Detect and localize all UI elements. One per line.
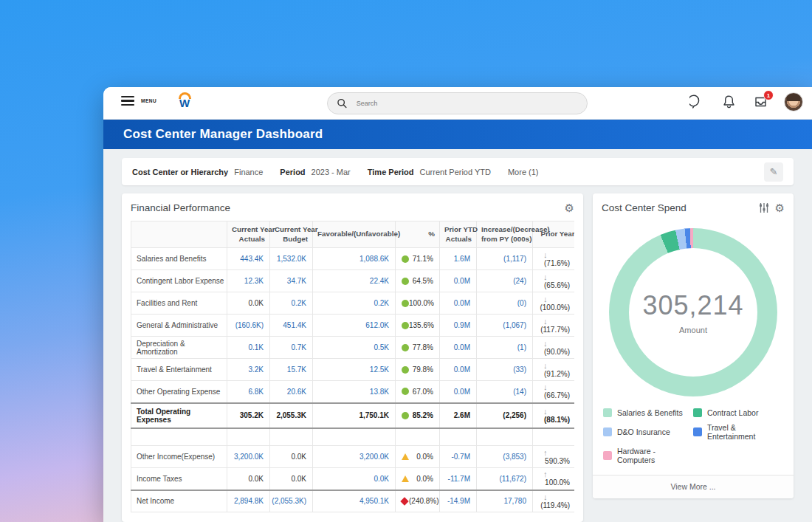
- value-cell[interactable]: (3,853): [477, 446, 533, 468]
- value-cell[interactable]: 3.2K: [227, 359, 270, 381]
- drill-link[interactable]: 0.0M: [454, 299, 470, 307]
- drill-link[interactable]: 0.0M: [454, 343, 470, 351]
- drill-link[interactable]: 4,950.1K: [359, 497, 389, 505]
- value-cell[interactable]: -14.9M: [440, 490, 477, 512]
- drill-link[interactable]: -14.9M: [447, 497, 470, 505]
- drill-link[interactable]: 2,894.8K: [234, 497, 264, 505]
- value-cell[interactable]: 3,200.0K: [227, 446, 270, 468]
- notifications-button[interactable]: [720, 94, 737, 110]
- value-cell[interactable]: -11.7M: [440, 468, 477, 490]
- drill-link[interactable]: (1,117): [503, 255, 526, 263]
- value-cell[interactable]: (160.6K): [227, 315, 270, 337]
- drill-link[interactable]: 0.2K: [374, 299, 389, 307]
- value-cell[interactable]: (33): [477, 359, 533, 381]
- drill-link[interactable]: (33): [513, 365, 526, 374]
- legend-item[interactable]: Salaries & Benefits: [603, 408, 690, 417]
- legend-item[interactable]: D&O Insurance: [603, 423, 690, 441]
- value-cell[interactable]: 13.8K: [313, 381, 396, 403]
- value-cell[interactable]: 2,894.8K: [227, 490, 270, 512]
- drill-link[interactable]: (1): [517, 343, 526, 351]
- value-cell[interactable]: (11,672): [477, 468, 533, 490]
- value-cell[interactable]: -0.7M: [440, 446, 477, 468]
- value-cell[interactable]: 6.8K: [227, 381, 270, 403]
- value-cell[interactable]: (1,117): [477, 248, 533, 270]
- legend-item[interactable]: Travel & Entertainment: [693, 423, 783, 441]
- chat-button[interactable]: [689, 94, 705, 110]
- legend-item[interactable]: Contract Labor: [693, 408, 783, 417]
- drill-link[interactable]: 12.5K: [370, 365, 389, 374]
- value-cell[interactable]: (2,055.3K): [270, 490, 313, 512]
- value-cell[interactable]: 1,088.6K: [313, 248, 396, 270]
- drill-link[interactable]: 1.6M: [454, 255, 470, 263]
- value-cell[interactable]: (1,067): [477, 315, 533, 337]
- drill-link[interactable]: 15.7K: [287, 365, 306, 374]
- value-cell[interactable]: 0.9M: [440, 315, 477, 337]
- value-cell[interactable]: 4,950.1K: [313, 490, 396, 512]
- value-cell[interactable]: 12.5K: [313, 359, 396, 381]
- value-cell[interactable]: 0.2K: [270, 292, 313, 315]
- value-cell[interactable]: 22.4K: [313, 270, 396, 292]
- drill-link[interactable]: -0.7M: [451, 453, 470, 461]
- drill-link[interactable]: 3,200.0K: [234, 453, 264, 461]
- inbox-button[interactable]: 1: [752, 94, 768, 110]
- value-cell[interactable]: 0.7K: [270, 337, 313, 359]
- drill-link[interactable]: (11,672): [499, 475, 526, 483]
- gear-icon[interactable]: ⚙: [775, 202, 785, 213]
- drill-link[interactable]: 3.2K: [248, 365, 264, 374]
- drill-link[interactable]: 13.8K: [370, 388, 389, 396]
- view-more-link[interactable]: View More ...: [593, 475, 794, 498]
- value-cell[interactable]: 20.6K: [270, 381, 313, 403]
- drill-link[interactable]: 0.9M: [454, 321, 470, 329]
- drill-link[interactable]: 1,532.0K: [277, 255, 306, 263]
- value-cell[interactable]: 0.0M: [440, 381, 477, 403]
- search-input[interactable]: [357, 100, 578, 107]
- value-cell[interactable]: 0.0M: [440, 337, 477, 359]
- value-cell[interactable]: 15.7K: [270, 359, 313, 381]
- drill-link[interactable]: 0.0K: [374, 475, 389, 483]
- drill-link[interactable]: 22.4K: [370, 277, 389, 285]
- drill-link[interactable]: 17,780: [503, 497, 526, 505]
- drill-link[interactable]: 1,088.6K: [359, 255, 389, 263]
- value-cell[interactable]: 1,532.0K: [270, 248, 313, 270]
- value-cell[interactable]: 0.2K: [313, 292, 396, 315]
- value-cell[interactable]: (14): [477, 381, 533, 403]
- value-cell[interactable]: 0.5K: [313, 337, 396, 359]
- drill-link[interactable]: (3,853): [503, 453, 526, 461]
- drill-link[interactable]: 12.3K: [244, 277, 264, 285]
- drill-link[interactable]: 3,200.0K: [359, 453, 389, 461]
- drill-link[interactable]: 0.0M: [454, 365, 470, 374]
- value-cell[interactable]: (0): [477, 292, 533, 315]
- drill-link[interactable]: (14): [513, 388, 526, 396]
- search-bar[interactable]: [327, 92, 588, 114]
- value-cell[interactable]: 443.4K: [227, 248, 270, 270]
- value-cell[interactable]: 0.0M: [440, 270, 477, 292]
- drill-link[interactable]: (0): [517, 299, 526, 307]
- value-cell[interactable]: 451.4K: [270, 315, 313, 337]
- edit-filters-button[interactable]: ✎: [764, 162, 783, 182]
- value-cell[interactable]: 34.7K: [270, 270, 313, 292]
- drill-link[interactable]: 612.0K: [365, 321, 389, 329]
- value-cell[interactable]: 0.0M: [440, 359, 477, 381]
- drill-link[interactable]: (24): [513, 277, 526, 285]
- drill-link[interactable]: 0.0M: [454, 277, 470, 285]
- value-cell[interactable]: 12.3K: [227, 270, 270, 292]
- drill-link[interactable]: (1,067): [503, 321, 526, 329]
- value-cell[interactable]: 612.0K: [313, 315, 396, 337]
- value-cell[interactable]: 0.0M: [440, 292, 477, 315]
- drill-link[interactable]: 443.4K: [240, 255, 264, 263]
- gear-icon[interactable]: ⚙: [565, 202, 574, 213]
- filters-more-link[interactable]: More (1): [508, 168, 539, 176]
- drill-link[interactable]: (160.6K): [235, 321, 264, 329]
- drill-link[interactable]: 34.7K: [287, 277, 306, 285]
- drill-link[interactable]: -11.7M: [448, 475, 470, 483]
- drill-link[interactable]: 20.6K: [287, 388, 306, 396]
- drill-link[interactable]: 451.4K: [283, 321, 306, 329]
- drill-link[interactable]: 0.0M: [454, 388, 470, 396]
- drill-link[interactable]: 0.7K: [291, 343, 306, 351]
- value-cell[interactable]: 1.6M: [440, 248, 477, 270]
- value-cell[interactable]: 3,200.0K: [313, 446, 396, 468]
- profile-avatar[interactable]: [784, 92, 803, 111]
- value-cell[interactable]: 0.1K: [227, 337, 270, 359]
- menu-button[interactable]: MENU: [121, 96, 156, 106]
- legend-item[interactable]: Hardware - Computers: [603, 447, 690, 464]
